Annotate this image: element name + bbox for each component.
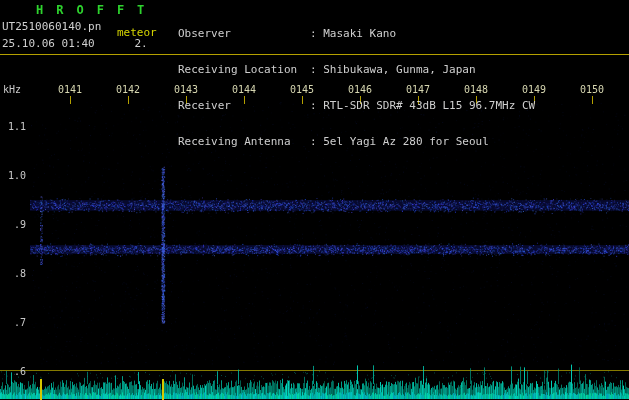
info-colon: :: [310, 28, 323, 40]
y-tick-label: .7: [0, 317, 26, 328]
x-tick-label: 0141: [58, 84, 82, 95]
x-tick-label: 0143: [174, 84, 198, 95]
hrofft-window: HROFFT UT2510060140.pn meteor 25.10.06 0…: [0, 0, 629, 400]
x-tick-label: 0145: [290, 84, 314, 95]
y-tick-label: .9: [0, 219, 26, 230]
info-label: Receiver: [178, 100, 310, 112]
y-axis-unit: kHz: [3, 84, 21, 95]
info-row-receiver: Receiver: RTL-SDR SDR# 43dB L15 96.7MHz …: [178, 100, 535, 112]
y-tick-label: .8: [0, 268, 26, 279]
x-tick-label: 0142: [116, 84, 140, 95]
x-tick-label: 0144: [232, 84, 256, 95]
info-row-location: Receiving Location: Shibukawa, Gunma, Ja…: [178, 64, 535, 76]
info-value: 5el Yagi Az 280 for Seoul: [323, 136, 489, 148]
info-label: Receiving Location: [178, 64, 310, 76]
y-tick-label: 1.0: [0, 170, 26, 181]
x-tick-label: 0148: [464, 84, 488, 95]
y-tick-label: .6: [0, 366, 26, 377]
info-colon: :: [310, 100, 323, 112]
info-label: Observer: [178, 28, 310, 40]
app-title: HROFFT: [36, 3, 157, 17]
x-tick-label: 0150: [580, 84, 604, 95]
timestamp: 25.10.06 01:40 2.: [2, 37, 148, 50]
info-row-observer: Observer: Masaki Kano: [178, 28, 535, 40]
info-colon: :: [310, 136, 323, 148]
info-row-antenna: Receiving Antenna: 5el Yagi Az 280 for S…: [178, 136, 535, 148]
y-tick-label: 1.1: [0, 121, 26, 132]
info-value: Masaki Kano: [323, 28, 396, 40]
x-tick-label: 0149: [522, 84, 546, 95]
info-label: Receiving Antenna: [178, 136, 310, 148]
x-tick-label: 0146: [348, 84, 372, 95]
x-tick-label: 0147: [406, 84, 430, 95]
output-filename: UT2510060140.pn: [2, 20, 101, 33]
info-colon: :: [310, 64, 323, 76]
info-value: Shibukawa, Gunma, Japan: [323, 64, 475, 76]
info-value: RTL-SDR SDR# 43dB L15 96.7MHz CW: [323, 100, 535, 112]
